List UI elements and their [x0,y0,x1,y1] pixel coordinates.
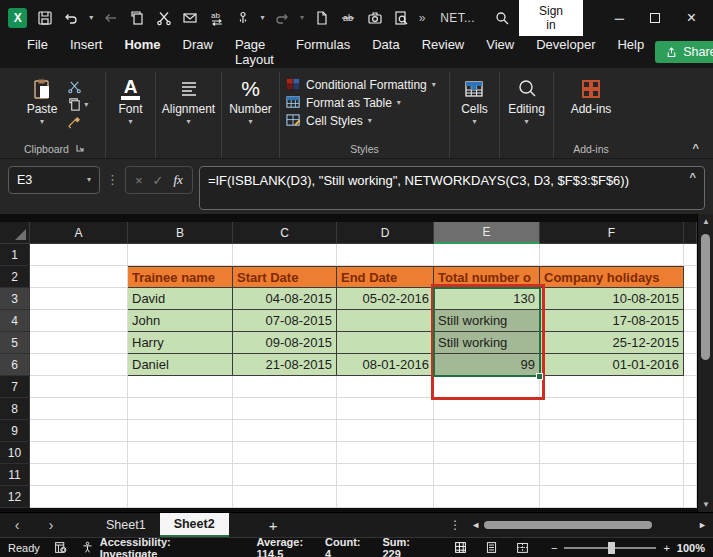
horizontal-scrollbar-track[interactable] [484,519,694,531]
row-header-12[interactable]: 12 [0,486,30,508]
cell-A2[interactable] [30,266,128,288]
format-as-table-button[interactable]: Format as Table ▾ [286,95,436,110]
zoom-slider-thumb[interactable] [608,542,615,554]
menu-tab-draw[interactable]: Draw [172,31,224,73]
page-layout-view-button[interactable] [485,541,498,554]
insert-function-button[interactable]: fx [174,172,183,188]
save-icon[interactable] [36,9,53,27]
accessibility-status[interactable]: Accessibility: Investigate [100,536,177,557]
menu-tab-view[interactable]: View [475,31,525,73]
editing-button[interactable]: Editing ▾ [502,76,551,128]
cell-B1[interactable] [128,244,233,266]
cell-F5[interactable]: 25-12-2015 [540,332,684,354]
cell-D1[interactable] [337,244,434,266]
formula-input[interactable]: =IF(ISBLANK(D3), "Still working", NETWOR… [199,166,705,210]
cell-A5[interactable] [30,332,128,354]
cell-A6[interactable] [30,354,128,376]
cell-F6[interactable]: 01-01-2016 [540,354,684,376]
cell-F12[interactable] [540,486,684,508]
copy-icon[interactable] [129,9,146,27]
sheet-tab-sheet1[interactable]: Sheet1 [92,513,160,537]
cell-A8[interactable] [30,398,128,420]
cell-E2[interactable]: Total number o [434,266,540,288]
zoom-slider[interactable] [564,547,656,549]
cell-A10[interactable] [30,442,128,464]
strikethrough-icon[interactable]: ab [339,9,356,27]
clipboard-dialog-launcher[interactable] [75,143,85,155]
cell-D3[interactable]: 05-02-2016 [337,288,434,310]
cell-F10[interactable] [540,442,684,464]
cell-E6[interactable]: 99 [434,354,540,376]
cell-B8[interactable] [128,398,233,420]
column-header-B[interactable]: B [128,222,233,244]
cell-C6[interactable]: 21-08-2015 [233,354,337,376]
zoom-level[interactable]: 100% [677,542,705,554]
menu-tab-formulas[interactable]: Formulas [285,31,361,73]
sheetbar-dots-icon[interactable]: ⋮ [439,518,471,532]
cell-C4[interactable]: 07-08-2015 [233,310,337,332]
horizontal-scrollbar[interactable]: ◄ ► [471,519,713,531]
translate-icon[interactable]: ab [208,9,225,27]
row-header-2[interactable]: 2 [0,266,30,288]
font-button[interactable]: A Font ▾ [112,76,148,128]
menu-tab-insert[interactable]: Insert [59,31,114,73]
new-file-icon[interactable] [313,9,330,27]
cell-styles-button[interactable]: Cell Styles ▾ [286,113,436,128]
select-all-button[interactable] [0,222,30,244]
cell-F8[interactable] [540,398,684,420]
cell-A1[interactable] [30,244,128,266]
cell-B11[interactable] [128,464,233,486]
menu-tab-home[interactable]: Home [113,31,171,73]
qat-overflow-icon[interactable]: » [419,12,426,24]
cell-E4[interactable]: Still working [434,310,540,332]
paste-button[interactable]: Paste ▾ [21,76,64,128]
menu-tab-file[interactable]: File [16,31,59,73]
cell-A4[interactable] [30,310,128,332]
cell-D6[interactable]: 08-01-2016 [337,354,434,376]
cell-C2[interactable]: Start Date [233,266,337,288]
cell-F11[interactable] [540,464,684,486]
undo-icon[interactable] [63,9,80,27]
menu-tab-developer[interactable]: Developer [525,31,606,73]
cell-A3[interactable] [30,288,128,310]
cell-C5[interactable]: 09-08-2015 [233,332,337,354]
cell-C12[interactable] [233,486,337,508]
menu-tab-review[interactable]: Review [411,31,476,73]
share-button[interactable]: Share ▾ [655,41,713,63]
touch-mode-chevron-icon[interactable]: ▾ [261,14,265,22]
row-header-9[interactable]: 9 [0,420,30,442]
cell-B7[interactable] [128,376,233,398]
cell-C1[interactable] [233,244,337,266]
horizontal-scrollbar-thumb[interactable] [484,521,652,529]
formula-bar-collapse-button[interactable]: ^ [690,171,696,183]
cell-C3[interactable]: 04-08-2015 [233,288,337,310]
row-header-7[interactable]: 7 [0,376,30,398]
sheet-nav-right-icon[interactable]: › [34,517,68,533]
cell-D10[interactable] [337,442,434,464]
cell-A12[interactable] [30,486,128,508]
row-header-8[interactable]: 8 [0,398,30,420]
menu-tab-data[interactable]: Data [361,31,410,73]
scroll-right-icon[interactable]: ► [698,520,707,530]
cell-E10[interactable] [434,442,540,464]
cell-D9[interactable] [337,420,434,442]
column-header-C[interactable]: C [233,222,337,244]
cell-E5[interactable]: Still working [434,332,540,354]
cell-E8[interactable] [434,398,540,420]
vertical-scrollbar[interactable]: ▲ ▼ [697,214,713,512]
cell-E1[interactable] [434,244,540,266]
cell-B4[interactable]: John [128,310,233,332]
add-sheet-button[interactable]: + [257,517,290,534]
cell-F9[interactable] [540,420,684,442]
accessibility-icon[interactable] [81,541,94,554]
cell-F7[interactable] [540,376,684,398]
cell-B5[interactable]: Harry [128,332,233,354]
addins-button[interactable]: Add-ins [565,76,618,118]
name-box[interactable]: E3 ▾ [8,166,100,194]
cell-F4[interactable]: 17-08-2015 [540,310,684,332]
sheet-tab-sheet2[interactable]: Sheet2 [160,513,229,537]
zoom-in-button[interactable]: + [663,542,669,554]
column-header-E[interactable]: E [434,222,540,244]
formula-bar-dots-icon[interactable]: ⋮ [106,166,119,187]
cell-C8[interactable] [233,398,337,420]
